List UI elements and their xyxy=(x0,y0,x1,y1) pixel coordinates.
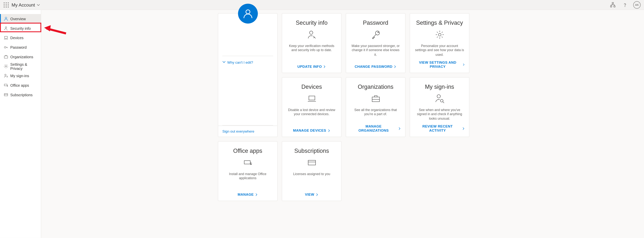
card-devices: Devices Disable a lost device and review… xyxy=(282,77,342,137)
download-icon xyxy=(3,83,8,88)
sidebar-item-label: Subscriptions xyxy=(10,93,32,97)
card-title: Security info xyxy=(296,20,328,26)
sidebar-nav: Overview Security info Devices Password … xyxy=(0,10,41,238)
review-activity-link[interactable]: REVIEW RECENT ACTIVITY xyxy=(414,124,465,133)
chevron-down-icon xyxy=(37,2,40,7)
org-tree-icon[interactable] xyxy=(608,1,617,9)
update-info-link[interactable]: UPDATE INFO xyxy=(297,64,326,69)
chevron-right-icon xyxy=(394,65,396,68)
manage-devices-link[interactable]: MANAGE DEVICES xyxy=(293,128,330,133)
chevron-right-icon xyxy=(328,129,330,132)
action-label: VIEW xyxy=(305,192,314,196)
sidebar-item-office-apps[interactable]: Office apps xyxy=(0,81,41,90)
svg-point-22 xyxy=(246,10,250,14)
svg-rect-3 xyxy=(4,4,4,5)
svg-point-25 xyxy=(378,32,378,33)
sidebar-item-organizations[interactable]: Organizations xyxy=(0,52,41,62)
svg-point-30 xyxy=(440,99,443,102)
card-my-signins: My sign-ins See when and where you've si… xyxy=(410,77,470,137)
svg-point-29 xyxy=(437,95,440,98)
card-office-apps: Office apps Install and manage Office ap… xyxy=(218,141,278,201)
sidebar-item-label: Organizations xyxy=(10,55,33,59)
svg-point-23 xyxy=(309,31,313,34)
svg-rect-32 xyxy=(308,160,315,165)
chevron-right-icon xyxy=(323,65,326,68)
view-subscriptions-link[interactable]: VIEW xyxy=(305,192,318,196)
gear-icon xyxy=(3,64,8,69)
card-title: Office apps xyxy=(233,147,262,154)
card-desc: Licenses assigned to you xyxy=(292,172,331,181)
card-desc: Keep your verification methods and secur… xyxy=(286,44,337,53)
person-search-icon xyxy=(434,93,445,105)
svg-rect-10 xyxy=(610,6,612,7)
sidebar-item-overview[interactable]: Overview xyxy=(0,14,41,24)
sidebar-item-password[interactable]: Password xyxy=(0,43,41,52)
app-title-dropdown[interactable]: My Account xyxy=(12,2,40,7)
briefcase-large-icon xyxy=(370,93,381,105)
svg-point-14 xyxy=(5,27,6,28)
app-launcher-icon[interactable] xyxy=(3,2,9,8)
key-icon xyxy=(3,26,8,31)
chevron-right-icon xyxy=(255,193,258,196)
signin-icon xyxy=(3,73,8,78)
laptop-icon xyxy=(3,35,8,40)
card-title: Subscriptions xyxy=(294,147,329,154)
action-label: MANAGE ORGANIZATIONS xyxy=(350,124,397,133)
svg-point-12 xyxy=(625,6,625,7)
install-icon xyxy=(242,157,253,169)
gear-large-icon xyxy=(434,29,445,41)
sidebar-item-subscriptions[interactable]: Subscriptions xyxy=(0,90,41,100)
chevron-right-icon xyxy=(316,193,318,196)
svg-rect-27 xyxy=(309,96,315,100)
action-label: VIEW SETTINGS AND PRIVACY xyxy=(414,60,461,69)
sidebar-item-label: Office apps xyxy=(10,83,29,87)
manage-office-link[interactable]: MANAGE xyxy=(238,192,258,196)
svg-rect-6 xyxy=(4,6,4,7)
action-label: UPDATE INFO xyxy=(297,64,322,69)
card-title: My sign-ins xyxy=(425,83,454,90)
card-desc: See when and where you've signed in and … xyxy=(414,108,465,121)
sidebar-item-label: Security info xyxy=(10,26,31,30)
app-header: My Account AK xyxy=(0,0,644,10)
chevron-right-icon xyxy=(398,127,401,130)
why-cant-i-edit-link[interactable]: Why can't I edit? xyxy=(218,56,277,69)
card-desc: Make your password stronger, or change i… xyxy=(350,44,401,57)
action-label: CHANGE PASSWORD xyxy=(354,64,392,69)
svg-rect-1 xyxy=(6,2,6,3)
view-settings-privacy-link[interactable]: VIEW SETTINGS AND PRIVACY xyxy=(414,60,465,69)
key-large-icon xyxy=(370,29,381,41)
svg-rect-8 xyxy=(8,6,8,7)
sidebar-item-devices[interactable]: Devices xyxy=(0,33,41,43)
svg-rect-20 xyxy=(4,84,7,86)
laptop-large-icon xyxy=(306,93,317,105)
svg-rect-11 xyxy=(614,6,615,7)
card-desc: Install and manage Office applications xyxy=(222,172,273,181)
sidebar-item-security-info[interactable]: Security info xyxy=(0,24,41,33)
svg-rect-15 xyxy=(4,36,7,38)
action-label: MANAGE DEVICES xyxy=(293,128,326,133)
main-content: Why can't I edit? Sign out everywhere Se… xyxy=(41,10,644,238)
sidebar-item-my-signins[interactable]: My sign-ins xyxy=(0,71,41,81)
sidebar-item-label: Overview xyxy=(10,17,26,21)
account-avatar[interactable]: AK xyxy=(633,1,641,9)
chevron-down-icon xyxy=(222,60,226,64)
card-desc: See all the organizations that you're a … xyxy=(350,108,401,117)
sidebar-item-settings-privacy[interactable]: Settings & Privacy xyxy=(0,62,41,71)
help-icon[interactable] xyxy=(621,1,629,9)
card-icon xyxy=(3,92,8,97)
password-key-icon xyxy=(3,45,8,50)
sidebar-item-label: Settings & Privacy xyxy=(10,62,38,70)
sign-out-everywhere-link[interactable]: Sign out everywhere xyxy=(218,125,277,137)
svg-rect-31 xyxy=(244,161,250,164)
person-edit-icon xyxy=(306,29,317,41)
sidebar-item-label: My sign-ins xyxy=(10,74,29,78)
why-edit-label: Why can't I edit? xyxy=(227,60,253,64)
signout-label: Sign out everywhere xyxy=(222,129,254,133)
svg-rect-2 xyxy=(8,2,8,3)
change-password-link[interactable]: CHANGE PASSWORD xyxy=(354,64,396,69)
svg-point-18 xyxy=(5,66,6,67)
person-icon xyxy=(3,16,8,21)
svg-rect-4 xyxy=(6,4,6,5)
manage-organizations-link[interactable]: MANAGE ORGANIZATIONS xyxy=(350,124,401,133)
avatar-initials: AK xyxy=(635,3,639,6)
